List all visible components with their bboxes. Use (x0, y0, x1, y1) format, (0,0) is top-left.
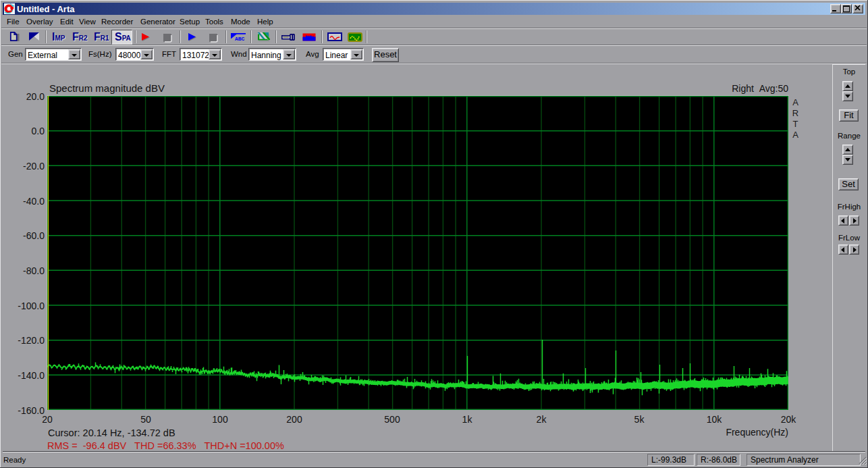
svg-text:ABC: ABC (235, 36, 245, 41)
